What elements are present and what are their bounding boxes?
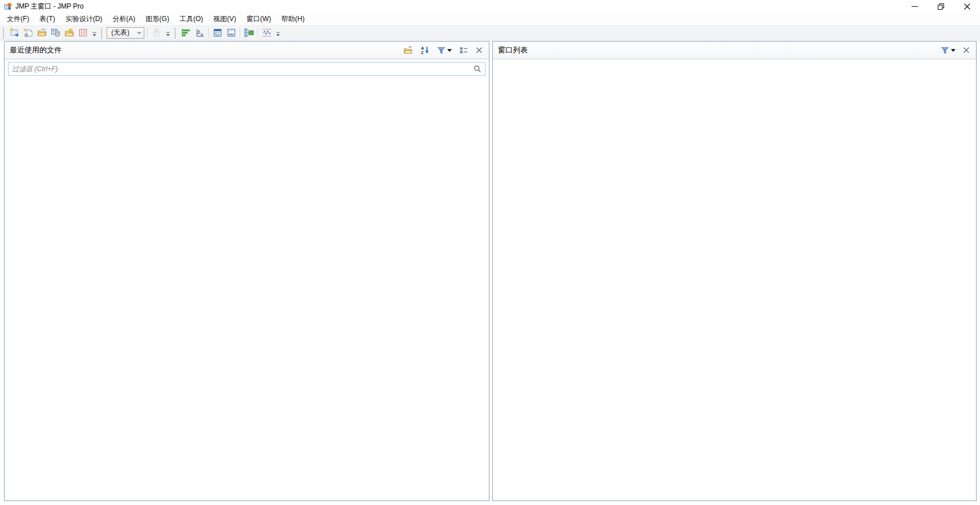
tabulate-button[interactable] [210, 26, 224, 39]
close-icon [476, 47, 483, 54]
fit-y-by-x-icon: y x [195, 27, 205, 38]
recent-files-title: 最近使用的文件 [10, 45, 62, 55]
new-data-table-button[interactable] [7, 26, 21, 39]
window-list-toolbar [939, 45, 971, 56]
list-view-button[interactable] [458, 45, 469, 56]
filter-input[interactable] [8, 62, 485, 76]
recent-files-toolbar: A Z [402, 44, 484, 56]
new-data-table-icon [9, 27, 20, 38]
menu-view[interactable]: 视图(V) [208, 13, 241, 25]
close-panel-button[interactable] [475, 46, 484, 55]
current-table-combobox[interactable]: (无表) [107, 27, 144, 39]
menu-bar: 文件(F) 表(T) 实验设计(D) 分析(A) 图形(G) 工具(O) 视图(… [0, 13, 980, 25]
bring-table-forward-button[interactable] [149, 26, 163, 39]
title-bar: JMP 主窗口 - JMP Pro [0, 0, 980, 13]
menu-tools[interactable]: 工具(O) [175, 13, 208, 25]
window-list-header: 窗口列表 [493, 42, 976, 59]
sort-az-icon: A Z [420, 46, 430, 55]
toolbar-grip[interactable] [3, 28, 5, 38]
menu-graph[interactable]: 图形(G) [140, 13, 174, 25]
menu-tables[interactable]: 表(T) [34, 13, 60, 25]
filter-funnel-icon [941, 46, 949, 55]
close-icon [964, 3, 970, 10]
open-script-icon [64, 27, 75, 38]
database-open-table-icon [50, 27, 61, 38]
toolbar-overflow-button[interactable] [274, 27, 282, 40]
toolbar-grip[interactable] [101, 28, 103, 38]
fit-y-by-x-button[interactable]: y x [193, 26, 206, 39]
data-grid-icon [78, 27, 88, 38]
list-view-icon [459, 46, 468, 55]
menu-doe[interactable]: 实验设计(D) [60, 13, 108, 25]
window-list-panel: 窗口列表 [492, 41, 977, 501]
new-journal-button[interactable] [21, 26, 35, 39]
open-folder-icon [403, 46, 413, 55]
minimize-button[interactable] [901, 0, 928, 13]
database-open-table-button[interactable] [48, 26, 62, 39]
menu-file[interactable]: 文件(F) [2, 13, 34, 25]
home-window-workspace: 最近使用的文件 A Z [0, 40, 980, 505]
data-view-icon: dat [226, 27, 237, 38]
toolbar-overflow-icon [276, 30, 281, 38]
svg-text:y: y [197, 28, 200, 34]
svg-text:Z: Z [421, 50, 424, 55]
svg-text:dat: dat [228, 32, 233, 36]
distribution-bars-icon [181, 27, 192, 38]
merge-tables-button[interactable] [242, 26, 256, 39]
open-file-button[interactable] [35, 26, 48, 39]
open-script-button[interactable] [62, 26, 76, 39]
new-journal-icon [23, 27, 34, 38]
menu-help[interactable]: 帮助(H) [276, 13, 310, 25]
data-grid-button[interactable] [76, 26, 90, 39]
open-file-icon [37, 27, 47, 38]
toolbar-grip[interactable] [175, 28, 177, 38]
window-controls [901, 0, 980, 13]
restore-button[interactable] [928, 0, 954, 13]
svg-text:x: x [200, 32, 203, 37]
jmp-app-icon [4, 2, 13, 11]
filter-funnel-icon [437, 46, 446, 55]
recent-files-filter-row [8, 62, 485, 76]
filter-menu-button[interactable] [939, 45, 957, 56]
control-chart-builder-button[interactable] [260, 26, 273, 39]
data-view-button[interactable]: dat [224, 26, 238, 39]
filter-menu-button[interactable] [436, 45, 453, 56]
menu-window[interactable]: 窗口(W) [241, 13, 276, 25]
chevron-down-icon [951, 49, 955, 52]
close-panel-button[interactable] [962, 46, 971, 55]
tabulate-icon [212, 27, 223, 38]
control-chart-icon [261, 27, 272, 38]
minimize-icon [912, 3, 918, 10]
current-table-value: (无表) [107, 28, 135, 38]
toolbar-separator [257, 28, 258, 38]
toolbar-overflow-icon [92, 30, 97, 38]
search-icon[interactable] [473, 65, 481, 73]
toolbar-overflow-button[interactable] [164, 27, 172, 40]
close-icon [963, 47, 970, 54]
toolbar-overflow-button[interactable] [91, 27, 98, 40]
chevron-down-icon [135, 28, 144, 38]
toolbar-overflow-icon [165, 30, 171, 38]
chevron-down-icon [447, 49, 452, 52]
toolbar: (无表) y x [0, 25, 980, 40]
toolbar-separator [208, 28, 209, 38]
window-title: JMP 主窗口 - JMP Pro [15, 2, 84, 11]
restore-icon [938, 3, 944, 10]
bring-table-forward-icon [151, 27, 162, 38]
toolbar-separator [240, 28, 240, 38]
sort-az-button[interactable]: A Z [419, 44, 431, 56]
distribution-button[interactable] [179, 26, 193, 39]
menu-analyze[interactable]: 分析(A) [107, 13, 140, 25]
open-folder-button[interactable] [402, 44, 414, 56]
merge-tables-icon [244, 27, 254, 38]
recent-files-panel: 最近使用的文件 A Z [4, 41, 489, 501]
recent-files-header: 最近使用的文件 A Z [5, 42, 489, 59]
close-window-button[interactable] [954, 0, 980, 13]
window-list-title: 窗口列表 [498, 45, 528, 55]
toolbar-separator [147, 28, 148, 38]
